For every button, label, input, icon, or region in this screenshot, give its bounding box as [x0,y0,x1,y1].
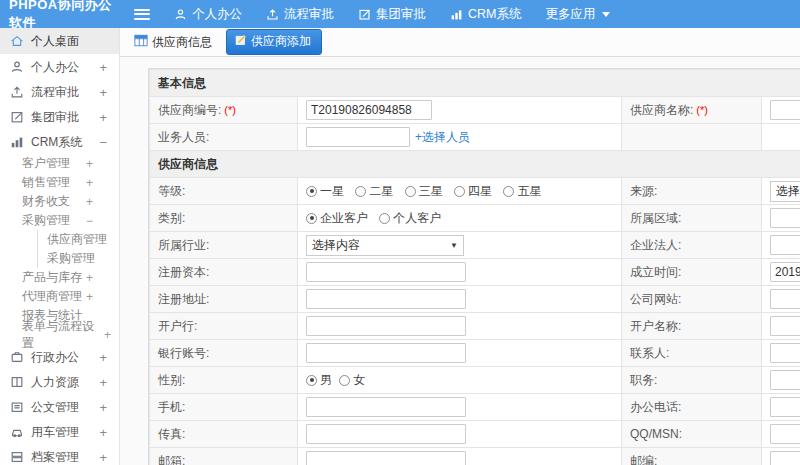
expand-icon[interactable]: + [99,450,107,465]
collapse-icon[interactable]: − [86,214,93,228]
reg-address-input[interactable] [306,289,466,309]
legal-person-input[interactable] [770,235,800,255]
found-date-label: 成立时间: [622,259,762,286]
supplier-name-input[interactable] [770,100,800,120]
office-phone-input[interactable] [770,397,800,417]
nav-personal-office[interactable]: 个人办公 [174,6,242,23]
radio-gender-female[interactable] [339,375,350,386]
contact-input[interactable] [770,343,800,363]
expand-icon[interactable]: + [86,195,93,209]
radio-gender-male[interactable] [306,375,317,386]
radio-level-1star[interactable] [306,186,317,197]
found-date-input[interactable] [770,262,800,282]
nav-crm-system[interactable]: CRM系统 [450,6,521,23]
sidebar-item-purchase-mgmt[interactable]: 采购管理 − [0,211,119,230]
expand-icon[interactable]: + [99,60,107,75]
account-name-input[interactable] [770,316,800,336]
tab-supplier-info[interactable]: 供应商信息 [134,34,212,51]
business-staff-input[interactable] [306,127,410,147]
document-icon [10,400,24,414]
business-staff-label: 业务人员: [150,124,298,151]
sidebar-item-sales-mgmt[interactable]: 销售管理 + [0,173,119,192]
pencil-icon [235,34,247,49]
sidebar-item-label: 行政办公 [31,349,79,366]
industry-select[interactable]: 选择内容▼ [306,235,464,256]
radio-level-2star[interactable] [355,186,366,197]
expand-icon[interactable]: + [86,271,93,285]
expand-icon[interactable]: + [99,350,107,365]
qq-msn-input[interactable] [770,424,800,444]
website-input[interactable] [770,289,800,309]
sidebar-item-document-mgmt[interactable]: 公文管理 + [0,395,119,419]
supplier-form-table: 基本信息 供应商编号:(*) 供应商名称:(*) 业务人员: +选择人员 [149,69,800,465]
nav-group-approval[interactable]: 集团审批 [358,6,426,23]
bank-label: 开户行: [150,313,298,340]
radio-level-5star[interactable] [503,186,514,197]
radio-level-4star[interactable] [454,186,465,197]
tab-label: 供应商添加 [251,33,311,50]
category-label: 类别: [150,205,298,232]
expand-icon[interactable]: + [86,157,93,171]
radio-option-label: 四星 [468,184,492,198]
zip-input[interactable] [770,451,800,465]
bank-input[interactable] [306,316,466,336]
supplier-add-form-panel: 基本信息 供应商编号:(*) 供应商名称:(*) 业务人员: +选择人员 [148,68,800,465]
sidebar-item-purchasing[interactable]: 采购管理 [38,249,119,268]
nav-workflow-approval[interactable]: 流程审批 [266,6,334,23]
expand-icon[interactable]: + [99,400,107,415]
expand-icon[interactable]: + [99,110,107,125]
position-input[interactable] [770,370,800,390]
bank-account-input[interactable] [306,343,466,363]
book-icon [10,375,24,389]
expand-icon[interactable]: + [99,375,107,390]
hamburger-menu-icon[interactable] [134,9,150,20]
expand-icon[interactable]: + [86,176,93,190]
sidebar-item-workflow-approval[interactable]: 流程审批 + [0,80,119,104]
sidebar-item-label: 代理商管理 [22,288,82,305]
region-input[interactable] [770,208,800,228]
expand-icon[interactable]: + [104,328,111,342]
sidebar-item-group-approval[interactable]: 集团审批 + [0,105,119,129]
nav-more-apps[interactable]: 更多应用 [545,6,610,23]
expand-icon[interactable]: + [86,290,93,304]
region-label: 所属区域: [622,205,762,232]
sidebar-item-finance[interactable]: 财务收支 + [0,192,119,211]
row-business-staff: 业务人员: +选择人员 [150,124,800,151]
contact-label: 联系人: [622,340,762,367]
sidebar-item-crm-system[interactable]: CRM系统 − [0,130,119,154]
sidebar-item-label: 人力资源 [31,374,79,391]
radio-option-label: 个人客户 [393,211,441,225]
category-radio-group: 企业客户 个人客户 [298,205,622,232]
radio-category-individual[interactable] [379,213,390,224]
supplier-code-input[interactable] [306,100,432,120]
choose-staff-link[interactable]: +选择人员 [415,130,470,144]
reg-capital-input[interactable] [306,262,466,282]
sidebar-item-admin-office[interactable]: 行政办公 + [0,345,119,369]
source-label: 来源: [622,178,762,205]
sidebar-item-human-resources[interactable]: 人力资源 + [0,370,119,394]
mobile-input[interactable] [306,397,466,417]
sidebar-item-vehicle-mgmt[interactable]: 用车管理 + [0,420,119,444]
source-select[interactable]: 选择内容▼ [770,181,800,202]
expand-icon[interactable]: + [99,85,107,100]
sidebar-item-label: 档案管理 [31,449,79,465]
supplier-name-label: 供应商名称:(*) [622,97,762,124]
tab-supplier-add[interactable]: 供应商添加 [226,29,322,55]
collapse-icon[interactable]: − [99,135,107,150]
sidebar: 个人桌面 个人办公 + 流程审批 + 集团审批 + CRM系统 − [0,28,120,465]
sidebar-item-product-inventory[interactable]: 产品与库存 + [0,268,119,287]
sidebar-item-personal-office[interactable]: 个人办公 + [0,55,119,79]
expand-icon[interactable]: + [99,425,107,440]
sidebar-item-customer-mgmt[interactable]: 客户管理 + [0,154,119,173]
sidebar-item-supplier-mgmt[interactable]: 供应商管理 [38,230,119,249]
sidebar-item-label: 供应商管理 [47,231,107,248]
sidebar-item-archive-mgmt[interactable]: 档案管理 + [0,445,119,465]
radio-level-3star[interactable] [405,186,416,197]
sidebar-item-agent-mgmt[interactable]: 代理商管理 + [0,287,119,306]
fax-input[interactable] [306,424,466,444]
email-input[interactable] [306,451,466,465]
radio-category-company[interactable] [306,213,317,224]
sidebar-item-form-workflow-settings[interactable]: 表单与流程设置 + [0,325,119,344]
sidebar-item-personal-desktop[interactable]: 个人桌面 [0,28,119,54]
sidebar-item-label: 个人桌面 [31,33,79,50]
